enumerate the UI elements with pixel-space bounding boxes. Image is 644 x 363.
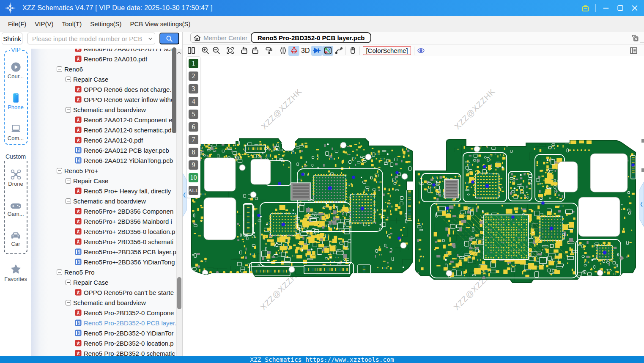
tree-item[interactable]: Reno6 (31, 64, 176, 74)
mouse-settings-icon[interactable] (347, 46, 358, 56)
tree-collapse-icon[interactable] (57, 66, 62, 72)
tree-item[interactable]: Reno5 Pro-2BD352-0 schematic (31, 348, 176, 356)
tree-scrollbar-up-icon[interactable] (176, 50, 182, 55)
layer-button-6[interactable]: 6 (189, 122, 198, 132)
tree-item[interactable]: Reno6-2AA012 PCB layer.pcb (31, 145, 176, 155)
paint-roller-icon[interactable] (263, 46, 274, 56)
tree-item-label: OPPO Reno6 does not charge.p (84, 86, 175, 93)
tree-collapse-icon[interactable] (66, 178, 71, 184)
menu-item-tool[interactable]: Tool(T) (58, 16, 86, 32)
collapse-left-panel-handle[interactable] (183, 173, 187, 217)
vip-briefcase-icon[interactable] (581, 4, 589, 12)
active-document-tab[interactable]: Reno5 Pro-2BD352-0 PCB layer.pcb (251, 32, 371, 43)
tree-item[interactable]: Reno5 Pro-2BD352-0 location.p (31, 338, 176, 348)
tree-item[interactable]: OPPO Reno5Pro can't be starte (31, 287, 176, 297)
tree-item[interactable]: Repair Case (31, 176, 176, 186)
lamp-red-icon[interactable] (288, 46, 299, 56)
minimize-button[interactable] (602, 4, 610, 12)
tree-collapse-icon[interactable] (57, 270, 62, 275)
curve-measure-icon[interactable] (333, 46, 344, 56)
sidebar-item-car[interactable]: Car (0, 231, 31, 247)
model-search-combobox[interactable] (27, 33, 155, 44)
pcb-canvas[interactable]: 12345678910ALL XZZ@XZZHKXZZ@XZZHKXZZ@XZZ… (183, 56, 640, 356)
sidebar-item-drone[interactable]: Drone (0, 169, 31, 187)
layer-button-5[interactable]: 5 (189, 110, 198, 119)
layer-button-10[interactable]: 10 (189, 173, 198, 182)
tree-collapse-icon[interactable] (66, 77, 71, 82)
sidebar-item-phone[interactable]: Phone (0, 93, 31, 110)
tree-item[interactable]: Reno5 Pro+ (31, 165, 176, 176)
tree-item[interactable]: Repair Case (31, 74, 176, 84)
layer-button-9[interactable]: 9 (189, 160, 198, 170)
tree-item[interactable]: Reno5Pro+ 2BD356-0 schemati (31, 236, 176, 247)
zoom-out-icon[interactable] (211, 46, 222, 56)
search-button[interactable] (159, 33, 179, 44)
mirror-flip-icon[interactable] (277, 46, 288, 56)
sidebar-item-cour[interactable]: Cour... (0, 62, 31, 80)
tree-item[interactable]: Reno5 Pro-2BD352-0 YiDianTor (31, 328, 176, 338)
tree-collapse-icon[interactable] (57, 168, 62, 173)
layer-button-1[interactable]: 1 (189, 59, 198, 68)
focus-frame-icon[interactable] (225, 46, 236, 56)
layer-button-8[interactable]: 8 (189, 148, 198, 157)
tree-item[interactable]: Reno6 2AA012-0.pdf (31, 135, 176, 145)
tree-item-selected[interactable]: Reno5 Pro-2BD352-0 PCB layer. (31, 318, 176, 328)
tree-item[interactable]: Schematic and boardview (31, 104, 176, 115)
sidebar-item-favorites[interactable]: Favorites (0, 263, 31, 282)
search-input[interactable] (28, 35, 145, 42)
tree-collapse-icon[interactable] (66, 300, 71, 305)
tree-collapse-icon[interactable] (66, 107, 71, 113)
tree-item[interactable]: Reno5Pro+ 2BD356-0 location.p (31, 226, 176, 236)
zoom-in-icon[interactable] (200, 46, 211, 56)
layer-button-all[interactable]: ALL (189, 186, 198, 195)
tree-item[interactable]: Reno5Pro+-2BD356 PCB layer.p (31, 247, 176, 257)
tree-item[interactable]: Reno6 2AA012-0 Component ex (31, 115, 176, 125)
maximize-button[interactable] (616, 4, 625, 12)
net-select-icon[interactable] (322, 46, 333, 56)
tree-item[interactable]: OPPO Reno6 water inflow witho (31, 94, 176, 104)
tree-item[interactable]: OPPO Reno6 does not charge.p (31, 84, 176, 94)
tree-item[interactable]: Reno6Pro 2AA010-0-2017T sche (31, 49, 176, 54)
rotate-left-icon[interactable] (238, 46, 249, 56)
tree-collapse-icon[interactable] (66, 280, 71, 285)
layer-button-3[interactable]: 3 (189, 84, 198, 94)
tree-item[interactable]: Schematic and boardview (31, 196, 176, 206)
menu-item-file[interactable]: File(F) (4, 16, 30, 32)
menu-item-pcb-view-settings[interactable]: PCB View settings(S) (126, 16, 195, 32)
tree-item[interactable]: Reno5 Pro+ Heavy fall, directly (31, 186, 176, 196)
tree-item[interactable]: Reno6-2AA012 YiDianTong.pcb (31, 155, 176, 165)
tree-item[interactable]: Reno5 Pro-2BD352-0 Compone (31, 308, 176, 318)
tree-item[interactable]: Schematic and boardview (31, 297, 176, 308)
tree-scrollbar-thumb[interactable] (177, 277, 181, 309)
layer-button-2[interactable]: 2 (189, 72, 198, 81)
tree-item[interactable]: Repair Case (31, 277, 176, 287)
layer-button-7[interactable]: 7 (189, 135, 198, 144)
close-all-documents-icon[interactable] (631, 34, 639, 42)
tree-item[interactable]: Reno5 Pro (31, 267, 176, 277)
shrink-button[interactable]: Shrink (2, 33, 22, 44)
toolbar-button-view-3d[interactable]: 3D (299, 47, 311, 55)
split-view-icon[interactable] (186, 46, 197, 56)
chevron-down-icon[interactable] (145, 33, 155, 44)
collapse-right-panel-handle[interactable] (639, 182, 644, 227)
menu-item-settings[interactable]: Settings(S) (86, 16, 126, 32)
close-button[interactable] (630, 4, 639, 12)
rotate-right-icon[interactable] (249, 46, 260, 56)
tree-item[interactable]: Reno5Pro+ 2BD356 Mainbord i (31, 216, 176, 226)
eye-blue-icon[interactable] (416, 46, 427, 56)
tree-item[interactable]: Reno5Pro+-2BD356 YiDianTong (31, 257, 176, 267)
toolbar-button-color-scheme[interactable]: [ColorScheme] (363, 46, 411, 55)
member-center-button[interactable]: Member Center (190, 33, 252, 43)
tree-collapse-icon[interactable] (66, 198, 71, 204)
sidebar-item-gam[interactable]: Gam... (0, 202, 31, 217)
tree-item[interactable]: Reno6Pro 2AA010.pdf (31, 54, 176, 64)
diode-probe-icon[interactable] (311, 46, 322, 56)
tree-item[interactable]: Reno5Pro+ 2BD356 Componen (31, 206, 176, 216)
layer-list-panel-icon[interactable] (628, 46, 639, 56)
tree-item[interactable]: Reno6 2AA012-0 schematic.pdf (31, 125, 176, 135)
layer-button-4[interactable]: 4 (189, 97, 198, 106)
tree-overlay-scrollbar-thumb[interactable] (172, 47, 176, 133)
menu-item-vip[interactable]: VIP(V) (30, 16, 58, 32)
sidebar-item-com[interactable]: Com... (0, 124, 31, 141)
tree-scrollbar-track[interactable] (176, 49, 182, 356)
